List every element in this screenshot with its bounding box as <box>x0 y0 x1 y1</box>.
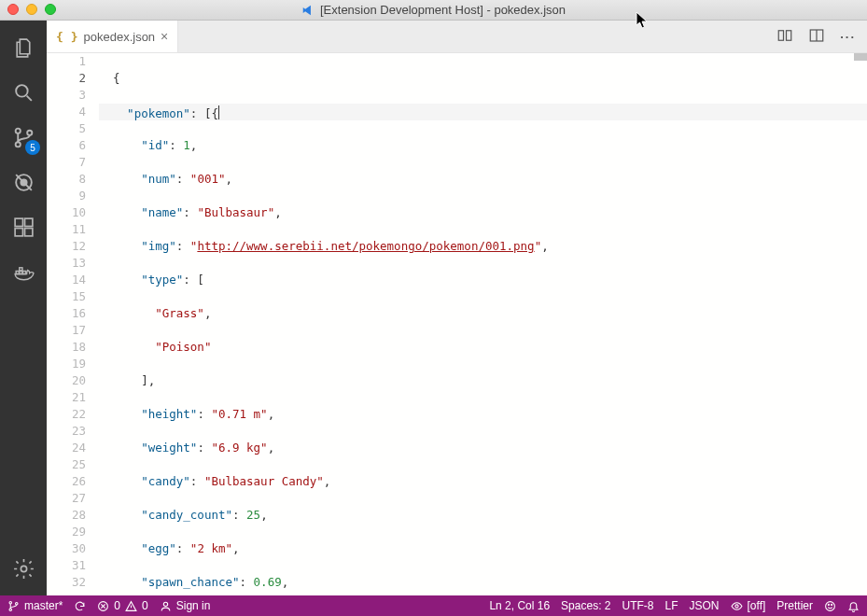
branch-icon <box>7 600 20 612</box>
debug-icon <box>12 171 35 194</box>
person-icon <box>160 600 172 612</box>
sb-spaces[interactable]: Spaces: 2 <box>561 599 610 612</box>
vscode-icon <box>301 4 315 17</box>
close-icon[interactable]: × <box>161 29 168 44</box>
tabs-row: { } pokedex.json × ··· <box>47 21 867 53</box>
svg-point-2 <box>15 142 20 147</box>
text-cursor <box>218 105 219 119</box>
svg-rect-8 <box>15 228 22 235</box>
sb-problems[interactable]: 0 0 <box>97 599 147 612</box>
svg-point-26 <box>832 604 832 605</box>
sb-formatter[interactable]: Prettier <box>776 599 813 612</box>
json-icon: { } <box>56 30 77 44</box>
sb-notifications[interactable] <box>847 600 860 612</box>
scm-activity[interactable]: 5 <box>1 116 46 159</box>
files-icon <box>12 36 35 60</box>
tab-label: pokedex.json <box>83 30 155 44</box>
svg-rect-7 <box>24 218 32 226</box>
svg-point-18 <box>9 601 11 603</box>
compare-icon[interactable] <box>776 27 793 47</box>
svg-point-19 <box>9 609 11 610</box>
error-icon <box>97 600 109 612</box>
editor-body[interactable]: 1234567891011121314151617181920212223242… <box>47 53 867 595</box>
window-title: [Extension Development Host] - pokedex.j… <box>301 3 566 17</box>
extensions-icon <box>12 216 35 239</box>
sb-branch[interactable]: master* <box>7 599 63 612</box>
smiley-icon <box>824 600 836 612</box>
sb-preview[interactable]: [off] <box>731 599 766 612</box>
svg-point-1 <box>15 128 20 133</box>
bell-icon <box>847 600 860 612</box>
maximize-window-button[interactable] <box>45 4 56 15</box>
split-editor-icon[interactable] <box>808 27 825 47</box>
docker-activity[interactable] <box>1 250 46 293</box>
explorer-activity[interactable] <box>1 26 46 69</box>
debug-activity[interactable] <box>1 161 46 203</box>
svg-point-24 <box>826 601 835 610</box>
minimize-window-button[interactable] <box>26 4 37 15</box>
svg-point-22 <box>163 602 167 606</box>
workbench: 5 { } pokedex.json × <box>0 21 867 595</box>
svg-point-5 <box>21 179 26 185</box>
eye-icon <box>731 600 743 612</box>
editor-actions: ··· <box>776 21 867 52</box>
tabs-spacer <box>178 21 776 52</box>
title-bar: [Extension Development Host] - pokedex.j… <box>0 0 867 21</box>
sb-language[interactable]: JSON <box>690 599 720 612</box>
sb-feedback[interactable] <box>824 600 836 612</box>
sb-eol[interactable]: LF <box>664 599 678 612</box>
extensions-activity[interactable] <box>1 205 46 248</box>
svg-rect-15 <box>778 30 783 40</box>
svg-point-25 <box>828 604 829 605</box>
line-number-gutter: 1234567891011121314151617181920212223242… <box>47 53 99 595</box>
svg-rect-16 <box>787 30 791 40</box>
svg-point-14 <box>21 566 26 571</box>
editor-area: { } pokedex.json × ··· 12345678910111213… <box>47 21 867 595</box>
activity-bar: 5 <box>0 21 47 595</box>
gear-icon <box>12 557 35 581</box>
scm-badge: 5 <box>25 140 40 155</box>
sb-signin[interactable]: Sign in <box>160 599 211 612</box>
search-activity[interactable] <box>1 71 46 114</box>
sync-icon <box>74 600 86 612</box>
traffic-lights <box>7 4 56 15</box>
warning-icon <box>125 600 137 612</box>
svg-point-23 <box>734 604 737 607</box>
search-icon <box>12 81 35 105</box>
tab-pokedex[interactable]: { } pokedex.json × <box>47 21 178 52</box>
overview-ruler[interactable] <box>854 53 867 61</box>
settings-activity[interactable] <box>1 547 46 590</box>
sb-encoding[interactable]: UTF-8 <box>622 599 653 612</box>
svg-rect-13 <box>19 267 21 270</box>
status-bar: master* 0 0 Sign in Ln 2, Col 16 Spaces:… <box>0 595 867 616</box>
svg-point-0 <box>16 85 28 97</box>
svg-point-20 <box>16 602 18 604</box>
docker-icon <box>12 260 35 284</box>
svg-rect-9 <box>24 228 32 235</box>
sb-cursor-pos[interactable]: Ln 2, Col 16 <box>489 599 550 612</box>
more-actions-icon[interactable]: ··· <box>840 30 856 44</box>
sb-sync[interactable] <box>74 600 86 612</box>
code-content[interactable]: { "pokemon": [{ "id": 1, "num": "001", "… <box>99 53 867 595</box>
svg-rect-6 <box>15 218 22 226</box>
svg-point-3 <box>27 130 32 134</box>
close-window-button[interactable] <box>7 4 19 15</box>
